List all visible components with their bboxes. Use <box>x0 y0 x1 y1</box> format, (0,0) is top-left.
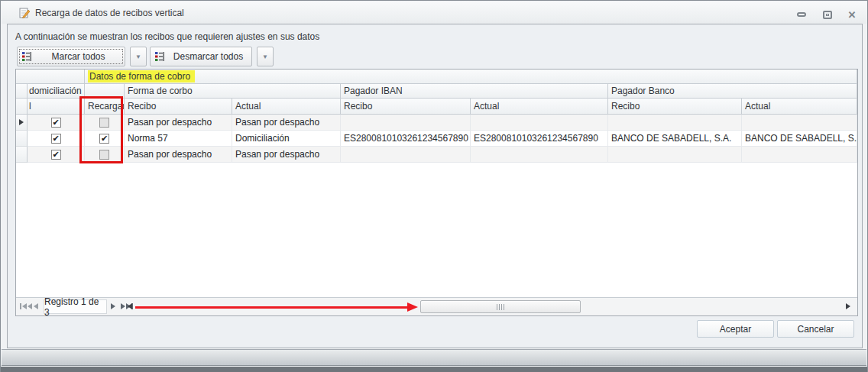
desmarcar-todos-label: Desmarcar todos <box>165 51 251 62</box>
band-pagador-iban[interactable]: Pagador IBAN <box>341 84 608 99</box>
marcar-todos-dropdown[interactable]: ▼ <box>130 47 147 66</box>
window-bottom-edge <box>1 367 867 372</box>
header-fdc-recibo[interactable]: Recibo <box>125 99 232 115</box>
recargar-checkbox-cell[interactable]: ✔ <box>85 131 125 147</box>
chevron-down-icon: ▼ <box>135 53 141 60</box>
header-recargar[interactable]: Recargar <box>85 99 125 115</box>
header-indicator <box>16 99 28 115</box>
domiciliacion-checkbox[interactable]: ✔ <box>51 134 61 144</box>
record-counter: Registro 1 de 3 <box>44 299 107 314</box>
marcar-todos-splitbutton: Marcar todos ▼ <box>17 47 147 66</box>
band-empty <box>16 70 85 84</box>
band-datos-forma-cobro-label: Datos de forma de cobro <box>88 70 195 82</box>
cell-iban-actual[interactable] <box>471 147 608 163</box>
cell-banco-actual[interactable] <box>742 115 857 131</box>
table-row: ✔ Pasan por despacho Pasan por despacho <box>16 147 857 163</box>
cell-fdc-actual[interactable]: Pasan por despacho <box>232 147 341 163</box>
cell-banco-recibo[interactable]: BANCO DE SABADELL, S.A. <box>608 131 742 147</box>
chevron-down-icon: ▼ <box>262 53 268 60</box>
header-fdc-actual[interactable]: Actual <box>232 99 341 115</box>
window-title: Recarga de datos de recibos vertical <box>35 8 184 18</box>
header-iban-recibo[interactable]: Recibo <box>341 99 471 115</box>
grid-empty-area <box>16 163 857 297</box>
minimize-icon <box>797 12 806 17</box>
data-grid: Datos de forma de cobro domiciliación Fo… <box>15 69 858 316</box>
band-row-top: Datos de forma de cobro <box>16 70 857 84</box>
first-record-button[interactable] <box>20 303 32 309</box>
band-forma-de-corbo[interactable]: Forma de corbo <box>125 84 341 99</box>
cell-iban-recibo[interactable] <box>341 147 471 163</box>
cell-banco-actual[interactable] <box>742 147 857 163</box>
table-row: ✔ ✔ Norma 57 Domiciliación ES28008101032… <box>16 131 857 147</box>
maximize-icon <box>823 11 832 19</box>
domiciliacion-checkbox-cell[interactable]: ✔ <box>28 131 85 147</box>
horizontal-scrollbar-thumb[interactable] <box>420 300 581 313</box>
cell-fdc-actual[interactable]: Domiciliación <box>232 131 341 147</box>
recargar-checkbox[interactable] <box>99 118 109 128</box>
scroll-left-arrow[interactable] <box>128 303 132 309</box>
dialog-window: Recarga de datos de recibos vertical ✕ A… <box>0 0 868 372</box>
cancelar-button[interactable]: Cancelar <box>777 320 854 338</box>
cell-fdc-recibo[interactable]: Norma 57 <box>125 131 232 147</box>
domiciliacion-checkbox[interactable]: ✔ <box>51 118 61 128</box>
cell-fdc-actual[interactable]: Pasan por despacho <box>232 115 341 131</box>
cell-banco-actual[interactable]: BANCO DE SABADELL, S.A. <box>742 131 857 147</box>
cell-fdc-recibo[interactable]: Pasan por despacho <box>125 147 232 163</box>
checklist-icon <box>21 51 32 62</box>
desmarcar-todos-dropdown[interactable]: ▼ <box>257 47 274 66</box>
header-banco-actual[interactable]: Actual <box>742 99 857 115</box>
row-indicator-cell <box>16 115 28 131</box>
cell-banco-recibo[interactable] <box>608 115 742 131</box>
cell-iban-actual[interactable] <box>471 115 608 131</box>
desmarcar-todos-button[interactable]: Desmarcar todos <box>150 47 252 66</box>
band-datos-forma-cobro[interactable]: Datos de forma de cobro <box>85 70 857 84</box>
column-header-row: l Recargar Recibo Actual Recibo Actual R… <box>16 99 857 115</box>
close-button[interactable]: ✕ <box>844 8 860 21</box>
minimize-button[interactable] <box>793 8 810 21</box>
band-recargar-empty <box>85 84 125 99</box>
marcar-todos-button[interactable]: Marcar todos <box>17 47 125 66</box>
close-icon: ✕ <box>848 9 857 21</box>
domiciliacion-checkbox-cell[interactable]: ✔ <box>28 115 85 131</box>
cell-fdc-recibo[interactable]: Pasan por despacho <box>125 115 232 131</box>
maximize-button[interactable] <box>819 8 836 21</box>
cell-iban-recibo[interactable] <box>341 115 471 131</box>
title-bar: Recarga de datos de recibos vertical ✕ <box>2 2 866 24</box>
band-indicator <box>16 84 28 99</box>
header-partial[interactable]: l <box>28 99 85 115</box>
row-indicator-cell <box>16 131 28 147</box>
recargar-checkbox-cell[interactable] <box>85 147 125 163</box>
edit-note-icon <box>18 7 31 19</box>
cell-iban-actual[interactable]: ES2800810103261234567890 <box>471 131 608 147</box>
marcar-todos-label: Marcar todos <box>32 51 125 62</box>
recargar-checkbox[interactable]: ✔ <box>99 134 109 144</box>
header-iban-actual[interactable]: Actual <box>471 99 608 115</box>
domiciliacion-checkbox[interactable]: ✔ <box>51 150 61 160</box>
desmarcar-todos-splitbutton: Desmarcar todos ▼ <box>150 47 274 66</box>
cell-iban-recibo[interactable]: ES2800810103261234567890 <box>341 131 471 147</box>
row-indicator-cell <box>16 147 28 163</box>
intro-label: A continuación se muestran los recibos q… <box>15 31 319 42</box>
grid-bottom-bar: Registro 1 de 3 <box>16 297 857 315</box>
recargar-checkbox-cell[interactable] <box>85 115 125 131</box>
content-panel: A continuación se muestran los recibos q… <box>7 24 863 348</box>
header-banco-recibo[interactable]: Recibo <box>608 99 742 115</box>
next-record-button[interactable] <box>111 303 115 309</box>
band-domiciliacion[interactable]: domiciliación <box>28 84 85 99</box>
scroll-right-arrow[interactable] <box>846 303 850 309</box>
recargar-checkbox[interactable] <box>99 150 109 160</box>
status-strip <box>2 349 866 366</box>
current-row-arrow-icon <box>19 119 24 125</box>
domiciliacion-checkbox-cell[interactable]: ✔ <box>28 147 85 163</box>
band-row-groups: domiciliación Forma de corbo Pagador IBA… <box>16 84 857 99</box>
aceptar-button[interactable]: Aceptar <box>697 320 774 338</box>
checklist-icon <box>154 51 165 62</box>
table-row: ✔ Pasan por despacho Pasan por despacho <box>16 115 857 131</box>
band-pagador-banco[interactable]: Pagador Banco <box>608 84 857 99</box>
previous-record-button[interactable] <box>34 303 38 309</box>
cell-banco-recibo[interactable] <box>608 147 742 163</box>
